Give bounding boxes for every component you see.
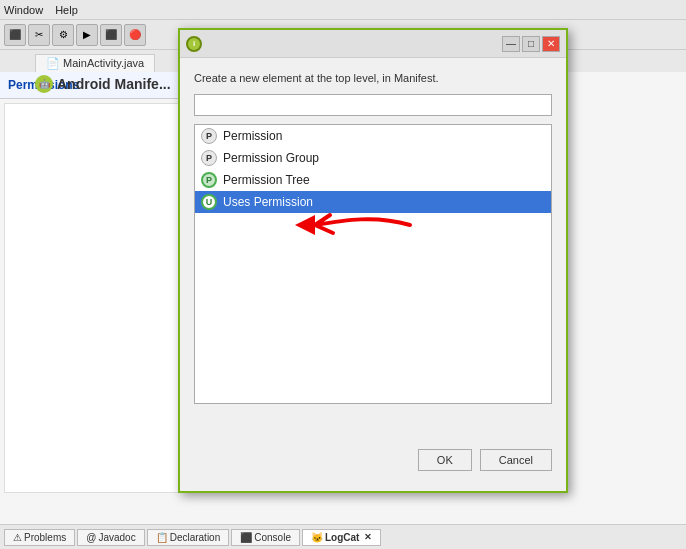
dialog-footer: OK Cancel <box>404 439 566 481</box>
logcat-icon: 🐱 <box>311 532 323 543</box>
permission-icon: P <box>201 128 217 144</box>
console-label: Console <box>254 532 291 543</box>
permission-tree-icon: P <box>201 172 217 188</box>
dialog-overlay: i — □ ✕ Create a new element at the top … <box>0 0 686 549</box>
uses-permission-icon: U <box>201 194 217 210</box>
console-icon: ⬛ <box>240 532 252 543</box>
problems-label: Problems <box>24 532 66 543</box>
maximize-button[interactable]: □ <box>522 36 540 52</box>
list-item-permission-tree[interactable]: P Permission Tree <box>195 169 551 191</box>
list-item-uses-permission[interactable]: U Uses Permission <box>195 191 551 213</box>
list-item-permission[interactable]: P Permission <box>195 125 551 147</box>
cancel-button[interactable]: Cancel <box>480 449 552 471</box>
ok-button[interactable]: OK <box>418 449 472 471</box>
bottom-tab-logcat[interactable]: 🐱 LogCat ✕ <box>302 529 381 546</box>
bottom-tab-problems[interactable]: ⚠ Problems <box>4 529 75 546</box>
dialog-create-element: i — □ ✕ Create a new element at the top … <box>178 28 568 493</box>
dialog-titlebar: i — □ ✕ <box>180 30 566 58</box>
javadoc-label: Javadoc <box>98 532 135 543</box>
dialog-controls: — □ ✕ <box>502 36 560 52</box>
dialog-title-left: i <box>186 36 208 52</box>
dialog-instruction: Create a new element at the top level, i… <box>194 72 552 84</box>
permission-group-label: Permission Group <box>223 151 319 165</box>
bottom-tab-console[interactable]: ⬛ Console <box>231 529 300 546</box>
javadoc-icon: @ <box>86 532 96 543</box>
declaration-icon: 📋 <box>156 532 168 543</box>
bottom-tab-declaration[interactable]: 📋 Declaration <box>147 529 230 546</box>
problems-icon: ⚠ <box>13 532 22 543</box>
bottom-tab-javadoc[interactable]: @ Javadoc <box>77 529 144 546</box>
logcat-label: LogCat <box>325 532 359 543</box>
uses-permission-label: Uses Permission <box>223 195 313 209</box>
list-item-permission-group[interactable]: P Permission Group <box>195 147 551 169</box>
permission-tree-label: Permission Tree <box>223 173 310 187</box>
declaration-label: Declaration <box>170 532 221 543</box>
permission-label: Permission <box>223 129 282 143</box>
dialog-app-icon: i <box>186 36 202 52</box>
close-button[interactable]: ✕ <box>542 36 560 52</box>
permission-group-icon: P <box>201 150 217 166</box>
logcat-close-icon[interactable]: ✕ <box>364 532 372 542</box>
dialog-search-input[interactable] <box>194 94 552 116</box>
dialog-list[interactable]: P Permission P Permission Group P Permis… <box>194 124 552 404</box>
bottom-bar: ⚠ Problems @ Javadoc 📋 Declaration ⬛ Con… <box>0 524 686 549</box>
minimize-button[interactable]: — <box>502 36 520 52</box>
dialog-body: Create a new element at the top level, i… <box>180 58 566 414</box>
